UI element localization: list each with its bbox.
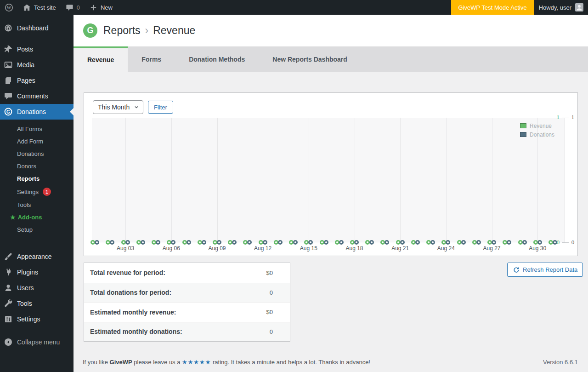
version-label: Version 6.6.1 xyxy=(543,359,578,366)
x-axis-label: Aug 12 xyxy=(254,245,271,252)
admin-bar-right: GiveWP Test Mode Active Howdy, user xyxy=(451,0,588,15)
comments-link[interactable]: 0 xyxy=(61,0,85,15)
comment-bubble-icon xyxy=(65,3,74,12)
breadcrumb-parent: Reports xyxy=(103,24,141,37)
donations-point xyxy=(400,240,405,245)
sidebar-item-dashboard[interactable]: Dashboard xyxy=(0,20,74,36)
donations-point xyxy=(369,240,374,245)
new-label: New xyxy=(101,4,113,11)
submenu-item-donations[interactable]: Donations xyxy=(0,148,74,160)
sidebar-item-label: Media xyxy=(17,61,34,69)
legend-item-revenue: Revenue xyxy=(520,121,554,130)
submenu-item-donors[interactable]: Donors xyxy=(0,160,74,172)
sidebar-item-label: Pages xyxy=(17,77,35,84)
sidebar-item-appearance[interactable]: Appearance xyxy=(0,249,74,264)
donations-point xyxy=(354,240,359,245)
sidebar-item-settings[interactable]: Settings xyxy=(0,311,74,327)
legend-swatch-revenue xyxy=(520,123,526,128)
tab-new-reports-dashboard[interactable]: New Reports Dashboard xyxy=(259,46,361,72)
site-name-link[interactable]: Test site xyxy=(18,0,61,15)
sidebar-item-label: Plugins xyxy=(17,269,38,276)
donations-point xyxy=(339,240,344,245)
sidebar-item-comments[interactable]: Comments xyxy=(0,88,74,104)
rating-stars-link[interactable]: ★★★★★ xyxy=(182,359,211,366)
legend-swatch-donations xyxy=(520,132,526,137)
tab-forms[interactable]: Forms xyxy=(128,46,175,72)
media-icon xyxy=(4,60,13,69)
chart-gridline xyxy=(492,118,492,242)
dashboard-icon xyxy=(4,23,13,33)
donations-point xyxy=(187,240,191,245)
sidebar-item-posts[interactable]: Posts xyxy=(0,41,74,57)
wordpress-admin: W Test site 0 New GiveWP Test Mode Activ… xyxy=(0,0,588,372)
x-axis-label: Aug 18 xyxy=(345,245,363,252)
summary-row: Total revenue for period:$0 xyxy=(84,263,290,283)
breadcrumb-separator: › xyxy=(145,24,149,37)
sidebar-item-label: Users xyxy=(17,284,34,292)
donations-point xyxy=(171,240,175,245)
summary-row-label: Total donations for period: xyxy=(90,289,171,296)
filter-button[interactable]: Filter xyxy=(148,101,173,114)
refresh-report-button[interactable]: Refresh Report Data xyxy=(507,263,583,277)
sidebar-item-plugins[interactable]: Plugins xyxy=(0,264,74,280)
sidebar-item-media[interactable]: Media xyxy=(0,57,74,73)
summary-row-value: $0 xyxy=(266,309,273,315)
submenu-item-settings[interactable]: Settings1 xyxy=(0,185,74,199)
submenu-item-all-forms[interactable]: All Forms xyxy=(0,123,74,135)
sidebar-item-label: Posts xyxy=(17,46,33,53)
period-select[interactable]: This Month xyxy=(93,100,143,114)
footer-rating-text: If you like GiveWP please leave us a ★★★… xyxy=(83,359,370,366)
admin-bar-left: W Test site 0 New xyxy=(0,0,117,15)
donations-point xyxy=(430,240,435,245)
donations-point xyxy=(492,240,496,245)
donations-point xyxy=(522,240,527,245)
submenu-item-add-form[interactable]: Add Form xyxy=(0,135,74,148)
x-axis-label: Aug 24 xyxy=(437,245,455,252)
revenue-axis-label: 1 xyxy=(555,114,561,120)
donations-point xyxy=(308,240,313,245)
sidebar-item-tools[interactable]: Tools xyxy=(0,296,74,311)
donations-point xyxy=(461,240,466,245)
sidebar-item-label: Comments xyxy=(17,92,48,100)
sidebar-item-donations[interactable]: GDonations xyxy=(0,104,74,120)
tab-revenue[interactable]: Revenue xyxy=(74,46,128,72)
chart-gridline xyxy=(217,118,218,242)
submenu-item-add-ons[interactable]: ★Add-ons xyxy=(0,211,74,223)
sidebar-item-pages[interactable]: Pages xyxy=(0,73,74,88)
donations-point xyxy=(156,240,160,245)
x-axis-label: Aug 06 xyxy=(163,245,180,252)
legend-label: Revenue xyxy=(530,123,552,129)
donations-point xyxy=(110,240,114,245)
tab-donation-methods[interactable]: Donation Methods xyxy=(175,46,259,72)
chart-gridline xyxy=(400,118,401,242)
admin-bar: W Test site 0 New GiveWP Test Mode Activ… xyxy=(0,0,588,15)
comments-icon xyxy=(4,92,13,101)
submenu-item-label: Donors xyxy=(17,163,36,170)
axis-tick-bottom xyxy=(562,242,569,243)
submenu-item-reports[interactable]: Reports xyxy=(0,172,74,185)
settings-icon xyxy=(4,315,13,324)
collapse-menu-button[interactable]: Collapse menu xyxy=(0,334,74,350)
user-avatar xyxy=(575,3,583,11)
donations-point xyxy=(217,240,221,245)
filter-row: This Month Filter xyxy=(93,100,173,114)
sidebar-item-users[interactable]: Users xyxy=(0,280,74,296)
refresh-icon xyxy=(513,266,520,274)
donations-point xyxy=(263,240,267,245)
new-content-link[interactable]: New xyxy=(85,0,117,15)
donations-submenu: All FormsAdd FormDonationsDonorsReportsS… xyxy=(0,120,74,241)
wordpress-logo-icon[interactable]: W xyxy=(0,0,18,15)
givewp-test-mode-badge[interactable]: GiveWP Test Mode Active xyxy=(451,0,534,15)
chart-legend: RevenueDonations xyxy=(520,121,554,139)
donations-axis-label: 1 xyxy=(570,114,576,120)
x-axis-label: Aug 30 xyxy=(529,245,546,252)
chart-gridline xyxy=(171,118,172,242)
current-menu-arrow xyxy=(66,108,74,115)
submenu-item-tools[interactable]: Tools xyxy=(0,199,74,211)
howdy-user-link[interactable]: Howdy, user xyxy=(534,0,588,15)
revenue-chart: Aug 03Aug 06Aug 09Aug 12Aug 15Aug 18Aug … xyxy=(92,118,577,253)
submenu-item-setup[interactable]: Setup xyxy=(0,223,74,236)
page-header: G Reports › Revenue xyxy=(74,15,588,46)
chart-gridline xyxy=(355,118,355,242)
summary-row-value: $0 xyxy=(266,269,273,276)
